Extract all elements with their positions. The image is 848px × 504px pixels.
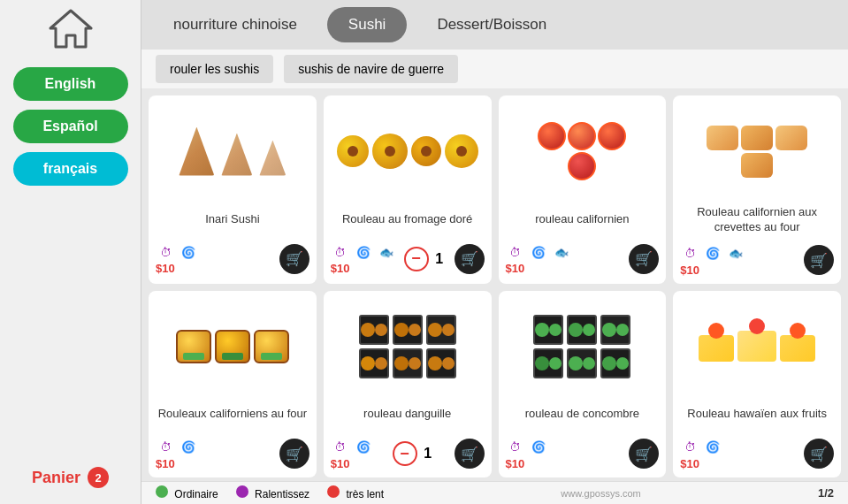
product-icons-inari: ⏱ 🌀 xyxy=(156,242,198,262)
spicy-icon-cal: 🌀 xyxy=(529,242,548,262)
add-to-cart-inari[interactable]: 🛒 xyxy=(279,244,309,274)
product-name-cucumber: rouleau de concombre xyxy=(525,401,639,429)
product-image-inari xyxy=(156,103,309,200)
product-actions-eel: ⏱ 🌀 $10 − 1 🛒 xyxy=(331,438,485,470)
add-to-cart-eel[interactable]: 🛒 xyxy=(455,439,485,469)
product-actions-shrimp-baked: ⏱ 🌀 🐟 $10 🛒 xyxy=(680,244,834,277)
price-cal-baked: $10 xyxy=(156,457,198,470)
status-red: très lent xyxy=(327,485,384,500)
quantity-control-golden: − 1 xyxy=(404,247,447,271)
add-to-cart-california[interactable]: 🛒 xyxy=(629,244,659,274)
home-icon[interactable] xyxy=(49,9,93,57)
product-name-california: rouleau californien xyxy=(535,205,629,233)
status-dot-red xyxy=(327,485,340,498)
page-indicator: 1/2 xyxy=(818,486,834,500)
status-green: Ordinaire xyxy=(156,485,218,500)
watermark: www.gpossys.com xyxy=(561,488,640,499)
language-english-button[interactable]: English xyxy=(13,67,128,101)
product-name-shrimp-baked: Rouleau californien aux crevettes au fou… xyxy=(680,205,834,235)
speed-icon-cucumber: ⏱ xyxy=(506,438,525,457)
sub-category-bar: rouler les sushis sushis de navire de gu… xyxy=(141,50,848,88)
language-francais-button[interactable]: français xyxy=(13,152,128,186)
product-image-shrimp-baked xyxy=(680,103,834,200)
product-icons-cal-baked: ⏱ 🌀 xyxy=(156,438,198,457)
product-icons-shrimp: ⏱ 🌀 🐟 xyxy=(680,244,745,263)
speed-icon-shrimp: ⏱ xyxy=(680,244,699,263)
qty-minus-eel[interactable]: − xyxy=(393,441,417,466)
qty-number-eel: 1 xyxy=(421,446,435,462)
product-card-inari: Inari Sushi ⏱ 🌀 $10 🛒 xyxy=(149,95,317,284)
product-actions-cal-baked: ⏱ 🌀 $10 🛒 xyxy=(156,438,309,470)
sub-cat-warship[interactable]: sushis de navire de guerre xyxy=(284,55,458,83)
product-card-shrimp-baked: Rouleau californien aux crevettes au fou… xyxy=(673,95,841,284)
status-dot-green xyxy=(156,485,168,498)
content-area: nourriture chinoise Sushi Dessert/Boisso… xyxy=(141,0,848,504)
speed-icon-calbaked: ⏱ xyxy=(156,438,175,457)
spicy-icon-golden: 🌀 xyxy=(354,242,373,262)
spicy-icon-eel: 🌀 xyxy=(354,438,373,457)
price-shrimp-baked: $10 xyxy=(680,263,745,277)
status-purple: Ralentissez xyxy=(236,485,309,500)
svg-marker-0 xyxy=(50,11,91,47)
product-card-eel: rouleau danguille ⏱ 🌀 $10 − 1 🛒 xyxy=(324,291,492,477)
product-actions-inari: ⏱ 🌀 $10 🛒 xyxy=(156,242,309,275)
product-icons-fruit: ⏱ 🌀 xyxy=(680,438,722,457)
product-card-cucumber: rouleau de concombre ⏱ 🌀 $10 🛒 xyxy=(499,291,667,477)
status-indicators: Ordinaire Ralentissez très lent xyxy=(156,485,384,500)
fish-icon-shrimp: 🐟 xyxy=(726,244,745,263)
status-dot-purple xyxy=(236,485,248,498)
spicy-icon-cucumber: 🌀 xyxy=(529,438,548,457)
product-actions-golden-roll: ⏱ 🌀 🐟 $10 − 1 🛒 xyxy=(331,242,485,275)
product-icons-golden-roll: ⏱ 🌀 🐟 xyxy=(331,242,396,262)
qty-minus-golden[interactable]: − xyxy=(404,247,429,271)
product-image-california xyxy=(506,103,660,200)
spicy-icon-shrimp: 🌀 xyxy=(703,244,722,263)
product-actions-cucumber: ⏱ 🌀 $10 🛒 xyxy=(506,438,660,470)
add-to-cart-cal-baked[interactable]: 🛒 xyxy=(279,439,309,469)
add-to-cart-golden[interactable]: 🛒 xyxy=(455,244,485,274)
speed-icon-eel: ⏱ xyxy=(331,438,350,457)
product-icons-california: ⏱ 🌀 🐟 xyxy=(506,242,571,262)
fish-icon-cal: 🐟 xyxy=(552,242,571,262)
price-fruit-roll: $10 xyxy=(680,457,722,470)
product-name-eel: rouleau danguille xyxy=(363,401,451,429)
tab-sushi[interactable]: Sushi xyxy=(327,7,408,42)
price-inari: $10 xyxy=(156,262,198,275)
category-tabs: nourriture chinoise Sushi Dessert/Boisso… xyxy=(141,0,848,50)
product-icons-cucumber: ⏱ 🌀 xyxy=(506,438,548,457)
tab-chinese-food[interactable]: nourriture chinoise xyxy=(152,7,318,42)
product-card-fruit-roll: Rouleau hawaïen aux fruits ⏱ 🌀 $10 🛒 xyxy=(673,291,841,477)
price-california: $10 xyxy=(506,262,571,275)
sub-cat-rolls[interactable]: rouler les sushis xyxy=(156,55,273,83)
status-bar: Ordinaire Ralentissez très lent www.gpos… xyxy=(141,481,848,504)
product-grid: Inari Sushi ⏱ 🌀 $10 🛒 xyxy=(141,88,848,481)
product-card-golden-roll: Rouleau au fromage doré ⏱ 🌀 🐟 $10 − 1 xyxy=(324,95,492,284)
product-card-california: rouleau californien ⏱ 🌀 🐟 $10 🛒 xyxy=(499,95,667,284)
qty-number-golden: 1 xyxy=(432,251,447,267)
price-eel: $10 xyxy=(331,457,373,470)
product-name-inari: Inari Sushi xyxy=(205,205,259,233)
spicy-icon-calbaked: 🌀 xyxy=(179,438,198,457)
add-to-cart-shrimp[interactable]: 🛒 xyxy=(804,245,834,275)
product-card-cal-baked: Rouleaux californiens au four ⏱ 🌀 $10 🛒 xyxy=(149,291,317,477)
price-cucumber: $10 xyxy=(506,457,548,470)
tab-dessert[interactable]: Dessert/Boisson xyxy=(416,7,568,42)
add-to-cart-cucumber[interactable]: 🛒 xyxy=(629,439,659,469)
product-name-cal-baked: Rouleaux californiens au four xyxy=(158,401,307,429)
status-label-green: Ordinaire xyxy=(174,488,218,500)
cart-section: Panier 2 xyxy=(32,460,109,495)
fish-icon-golden: 🐟 xyxy=(377,242,396,262)
product-image-eel xyxy=(331,298,485,395)
language-espanol-button[interactable]: Español xyxy=(13,110,128,143)
product-name-golden-roll: Rouleau au fromage doré xyxy=(342,205,472,233)
product-image-golden-roll xyxy=(331,103,485,200)
cart-button[interactable]: Panier xyxy=(32,469,80,487)
speed-icon-golden: ⏱ xyxy=(331,242,350,262)
speed-icon-cal: ⏱ xyxy=(506,242,525,262)
add-to-cart-fruit[interactable]: 🛒 xyxy=(804,439,834,469)
product-icons-eel: ⏱ 🌀 xyxy=(331,438,373,457)
speed-icon-inari: ⏱ xyxy=(156,242,175,262)
product-actions-california: ⏱ 🌀 🐟 $10 🛒 xyxy=(506,242,660,275)
status-label-purple: Ralentissez xyxy=(255,488,309,500)
speed-icon-fruit: ⏱ xyxy=(680,438,699,457)
